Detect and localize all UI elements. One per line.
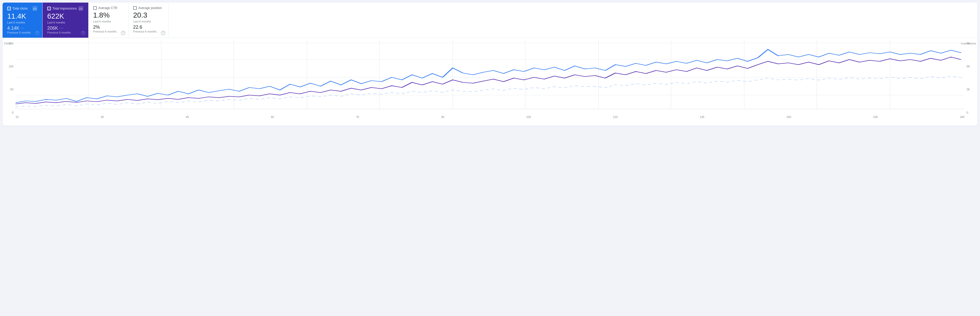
metric-value-position: 20.3 xyxy=(133,11,163,19)
metric-title-ctr: Average CTR xyxy=(99,6,118,10)
dashboard-container: Total clicks — 11.4K Last 6 months 4.14K… xyxy=(3,3,977,126)
metric-value-ctr: 1.8% xyxy=(93,11,123,19)
y-axis-left: 150 100 50 0 xyxy=(3,41,16,121)
metric-prev-value-position: 22.6 xyxy=(133,24,142,30)
metric-header-ctr: Average CTR xyxy=(93,6,123,10)
y-right-label-0: 0 xyxy=(967,111,968,114)
chart-line-impressions xyxy=(16,57,961,104)
x-axis-labels: 15 30 45 60 75 90 105 120 135 150 165 18… xyxy=(16,115,964,121)
metric-prev-period-impressions: Previous 6 months xyxy=(47,31,83,34)
y-axis-right: 9K 6K 3K 0 xyxy=(964,41,977,121)
metric-prev-value-clicks: 4.14K xyxy=(7,25,19,31)
y-left-label-100: 100 xyxy=(9,65,13,68)
x-label-90: 90 xyxy=(441,115,444,121)
chart-container: Clicks Impressions 150 100 50 0 9K 6K 3K… xyxy=(3,41,977,121)
x-label-120: 120 xyxy=(613,115,617,121)
metric-checkbox-clicks[interactable] xyxy=(7,7,11,10)
metric-help-impressions[interactable]: ? xyxy=(81,31,85,35)
x-label-15: 15 xyxy=(16,115,19,121)
x-label-165: 165 xyxy=(873,115,878,121)
metric-prev-row-position: 22.6 xyxy=(133,24,163,30)
x-label-60: 60 xyxy=(271,115,274,121)
metric-header-impressions: Total impressions — xyxy=(47,6,83,11)
metric-checkbox-impressions[interactable] xyxy=(47,7,51,10)
metric-checkbox-position[interactable] xyxy=(133,6,137,10)
metric-prev-period-ctr: Previous 6 months xyxy=(93,30,123,33)
metric-prev-dots-impressions[interactable]: ··· xyxy=(59,26,63,30)
metric-period-position: Last 6 months xyxy=(133,20,163,23)
y-right-label-3k: 3K xyxy=(967,88,970,91)
metric-prev-row-clicks: 4.14K ··· xyxy=(7,25,37,31)
x-label-45: 45 xyxy=(186,115,189,121)
y-right-label-9k: 9K xyxy=(967,42,970,45)
metric-help-clicks[interactable]: ? xyxy=(35,31,39,35)
chart-svg xyxy=(16,41,964,114)
metric-title-clicks: Total clicks xyxy=(13,7,28,10)
chart-line-clicks-prev xyxy=(16,76,961,107)
metric-hide-impressions-button[interactable]: — xyxy=(78,6,83,11)
metric-prev-period-clicks: Previous 6 months xyxy=(7,31,37,34)
metric-header-position: Average position xyxy=(133,6,163,10)
metric-card-avg-position[interactable]: Average position 20.3 Last 6 months 22.6… xyxy=(129,3,169,38)
x-label-150: 150 xyxy=(786,115,791,121)
x-label-105: 105 xyxy=(526,115,531,121)
metric-value-clicks: 11.4K xyxy=(7,13,37,21)
metric-period-clicks: Last 6 months xyxy=(7,21,37,24)
chart-area: Clicks Impressions 150 100 50 0 9K 6K 3K… xyxy=(3,38,977,126)
metric-checkbox-ctr[interactable] xyxy=(93,6,97,10)
metric-card-avg-ctr[interactable]: Average CTR 1.8% Last 6 months 2% Previo… xyxy=(89,3,129,38)
x-label-135: 135 xyxy=(700,115,704,121)
x-label-30: 30 xyxy=(101,115,104,121)
metric-header-clicks: Total clicks — xyxy=(7,6,37,11)
metric-prev-value-ctr: 2% xyxy=(93,24,100,30)
metric-prev-row-impressions: 206K ··· xyxy=(47,25,83,31)
metric-help-position[interactable]: ? xyxy=(161,31,165,35)
metric-hide-clicks-button[interactable]: — xyxy=(33,6,37,11)
y-left-label-50: 50 xyxy=(10,88,13,91)
metric-prev-value-impressions: 206K xyxy=(47,25,58,31)
metric-card-total-impressions[interactable]: Total impressions — 622K Last 6 months 2… xyxy=(43,3,89,38)
x-label-75: 75 xyxy=(356,115,359,121)
metrics-row: Total clicks — 11.4K Last 6 months 4.14K… xyxy=(3,3,977,38)
metric-period-impressions: Last 6 months xyxy=(47,21,83,24)
metric-prev-period-position: Previous 6 months xyxy=(133,30,163,33)
metric-help-ctr[interactable]: ? xyxy=(121,31,125,35)
metric-value-impressions: 622K xyxy=(47,13,83,21)
metric-card-total-clicks[interactable]: Total clicks — 11.4K Last 6 months 4.14K… xyxy=(3,3,43,38)
metric-prev-row-ctr: 2% xyxy=(93,24,123,30)
y-left-label-0: 0 xyxy=(12,111,13,114)
metric-prev-dots-clicks[interactable]: ··· xyxy=(21,26,24,30)
y-left-label-150: 150 xyxy=(9,42,13,45)
metric-title-impressions: Total impressions xyxy=(52,7,77,10)
metric-title-position: Average position xyxy=(138,6,162,10)
y-right-label-6k: 6K xyxy=(967,65,970,68)
x-label-180: 180 xyxy=(960,115,964,121)
chart-line-clicks xyxy=(16,49,961,103)
metric-period-ctr: Last 6 months xyxy=(93,20,123,23)
